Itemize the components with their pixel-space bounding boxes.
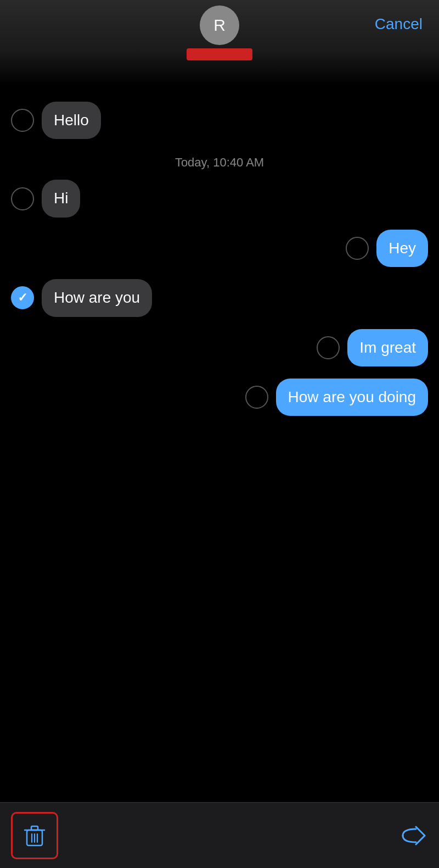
message-select-circle[interactable] [317,336,340,359]
message-row: Hello [11,102,428,139]
contact-avatar-wrap: R [187,5,252,60]
bottom-toolbar [0,802,439,868]
cancel-button[interactable]: Cancel [375,15,423,33]
message-row: Hi [11,180,428,217]
header: R Cancel [0,0,439,85]
trash-icon [21,822,48,849]
message-select-circle[interactable] [11,286,34,309]
message-bubble: How are you [42,279,152,316]
message-row: Im great [11,329,428,366]
message-bubble: Hi [42,180,80,217]
message-row: How are you [11,279,428,316]
avatar: R [200,5,239,45]
timestamp-row: Today, 10:40 AM [11,155,428,170]
message-bubble: How are you doing [276,379,428,416]
message-select-circle[interactable] [245,386,268,409]
message-select-circle[interactable] [11,109,34,132]
messages-area: Hello Today, 10:40 AM Hi Hey How are you… [0,85,439,428]
svg-rect-2 [31,826,38,830]
message-bubble: Hey [376,230,428,267]
message-bubble: Im great [347,329,428,366]
contact-name-bar [187,48,252,60]
message-row: Hey [11,230,428,267]
share-button[interactable] [399,821,428,850]
message-select-circle[interactable] [346,237,369,260]
timestamp: Today, 10:40 AM [175,155,264,170]
message-row: How are you doing [11,379,428,416]
share-icon [399,821,428,850]
delete-button[interactable] [11,812,58,859]
message-select-circle[interactable] [11,187,34,210]
message-bubble: Hello [42,102,101,139]
